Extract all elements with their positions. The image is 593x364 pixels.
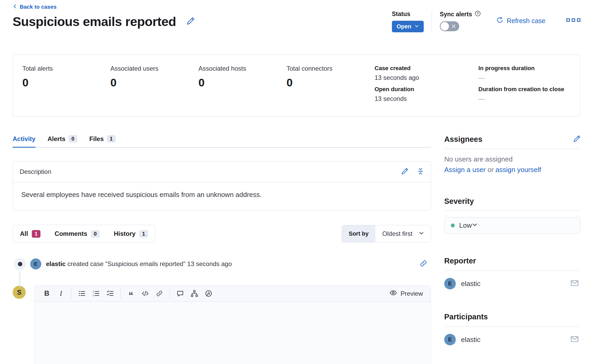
- case-stats-panel: Total alerts 0 Associated users 0 Associ…: [13, 55, 580, 117]
- filter-history[interactable]: History 1: [107, 225, 155, 242]
- metric-associated-users: Associated users 0: [110, 65, 198, 116]
- activity-filter-group: All 1 Comments 0 History 1: [13, 225, 155, 243]
- quote-icon[interactable]: “: [124, 288, 138, 299]
- participant-username: elastic: [461, 336, 480, 344]
- process-tree-icon[interactable]: [187, 288, 201, 299]
- avatar: E: [30, 258, 41, 269]
- add-comment-row: S B I 12: [13, 285, 431, 364]
- case-created-event: E elastic created case "Suspicious email…: [13, 258, 431, 270]
- code-icon[interactable]: [138, 288, 152, 299]
- assignees-title: Assignees: [444, 135, 482, 144]
- reporter-user-row: E elastic: [444, 278, 580, 289]
- avatar: E: [444, 278, 456, 289]
- case-dates-column: Case created 13 seconds ago Open duratio…: [375, 65, 478, 116]
- italic-icon[interactable]: I: [54, 288, 68, 299]
- edit-title-pencil-icon[interactable]: [187, 17, 195, 26]
- svg-text:1: 1: [93, 290, 94, 293]
- refresh-case-button[interactable]: Refresh case: [497, 17, 545, 25]
- comments-count-badge: 0: [91, 230, 100, 238]
- tab-files[interactable]: Files 1: [89, 135, 116, 147]
- description-title: Description: [20, 168, 51, 175]
- case-detail-page: Back to cases Suspicious emails reported…: [0, 0, 593, 364]
- alerts-count-badge: 0: [69, 135, 77, 143]
- filter-all[interactable]: All 1: [13, 225, 48, 242]
- svg-text:2: 2: [93, 294, 94, 297]
- sort-control: Sort by Oldest first: [342, 225, 431, 242]
- severity-title: Severity: [444, 197, 474, 206]
- link-icon[interactable]: [152, 288, 166, 299]
- back-link-label: Back to cases: [20, 4, 57, 10]
- history-count-badge: 1: [139, 230, 148, 238]
- assign-links: Assign a user or assign yourself: [444, 166, 580, 174]
- preview-button[interactable]: Preview: [390, 289, 426, 298]
- edit-assignees-pencil-icon[interactable]: [573, 135, 580, 143]
- actions-menu-icon[interactable]: [566, 18, 580, 22]
- editor-body: [34, 302, 431, 364]
- metric-total-alerts: Total alerts 0: [22, 65, 110, 116]
- activity-timeline: E elastic created case "Suspicious email…: [13, 258, 431, 364]
- back-to-cases-link[interactable]: Back to cases: [13, 4, 57, 10]
- event-username: elastic: [46, 260, 66, 267]
- reporter-username: elastic: [461, 280, 480, 288]
- severity-low-dot: [451, 223, 455, 227]
- chevron-down-icon: [472, 222, 478, 229]
- comment-bubble-icon[interactable]: [173, 288, 187, 299]
- participant-user-row: E elastic: [444, 334, 580, 345]
- email-icon[interactable]: [570, 335, 579, 344]
- participants-section: Participants E elastic: [444, 313, 580, 345]
- unordered-list-icon[interactable]: [75, 288, 89, 299]
- reporter-title: Reporter: [444, 257, 476, 265]
- severity-value: Low: [459, 221, 472, 230]
- metric-total-connectors: Total connectors 0: [287, 65, 375, 116]
- header: Back to cases Suspicious emails reported…: [13, 4, 580, 34]
- timeline-connector: [19, 271, 20, 287]
- eye-icon: [390, 289, 397, 298]
- sort-by-label: Sort by: [342, 225, 376, 242]
- collapse-description-icon[interactable]: [417, 168, 424, 176]
- toggle-off-x-icon: [451, 24, 456, 30]
- chevron-left-icon: [13, 4, 17, 10]
- chevron-down-icon: [419, 230, 424, 237]
- email-icon[interactable]: [570, 279, 579, 288]
- description-panel: Description Several employees have recei…: [13, 161, 431, 211]
- timeline-dot: [14, 258, 26, 270]
- case-status-button[interactable]: Open: [392, 21, 424, 32]
- participants-title: Participants: [444, 313, 488, 321]
- markdown-editor: B I 12: [34, 285, 431, 364]
- tab-alerts[interactable]: Alerts 0: [48, 135, 77, 147]
- tab-activity[interactable]: Activity: [13, 135, 35, 147]
- status-block: Status Open: [392, 11, 424, 32]
- files-count-badge: 1: [107, 135, 116, 143]
- assign-a-user-link[interactable]: Assign a user: [444, 166, 486, 174]
- metric-associated-hosts: Associated hosts 0: [198, 65, 287, 116]
- avatar: E: [444, 334, 456, 345]
- description-text: Several employees have received suspicio…: [13, 182, 431, 210]
- status-value: Open: [397, 23, 411, 30]
- task-list-icon[interactable]: [103, 288, 117, 299]
- severity-section: Severity Low: [444, 197, 580, 233]
- chevron-down-icon: [415, 23, 419, 30]
- svg-text:?: ?: [477, 12, 479, 15]
- sort-order-select[interactable]: Oldest first: [375, 225, 431, 242]
- assign-yourself-link[interactable]: assign yourself: [495, 166, 541, 174]
- visualization-icon[interactable]: [201, 288, 216, 299]
- sync-alerts-toggle[interactable]: [440, 21, 459, 31]
- ordered-list-icon[interactable]: 12: [89, 288, 103, 299]
- severity-select[interactable]: Low: [444, 217, 580, 233]
- edit-description-pencil-icon[interactable]: [401, 168, 408, 176]
- assignees-section: Assignees No users are assigned Assign a…: [444, 135, 580, 174]
- case-sidebar: Assignees No users are assigned Assign a…: [444, 135, 580, 364]
- help-question-icon[interactable]: ?: [475, 11, 481, 18]
- event-text: elastic created case "Suspicious emails …: [46, 260, 232, 268]
- case-durations-column: In progress duration — Duration from cre…: [478, 65, 571, 116]
- page-title: Suspicious emails reported: [13, 14, 176, 29]
- comment-input[interactable]: [34, 302, 431, 364]
- sync-alerts-label: Sync alerts: [440, 11, 472, 18]
- no-assignees-text: No users are assigned: [444, 155, 580, 163]
- permalink-icon[interactable]: [420, 259, 427, 268]
- sync-alerts-block: Sync alerts ?: [440, 11, 481, 31]
- filter-comments[interactable]: Comments 0: [48, 225, 107, 242]
- bold-icon[interactable]: B: [40, 288, 54, 299]
- avatar: S: [13, 286, 26, 299]
- toggle-knob: [441, 22, 449, 30]
